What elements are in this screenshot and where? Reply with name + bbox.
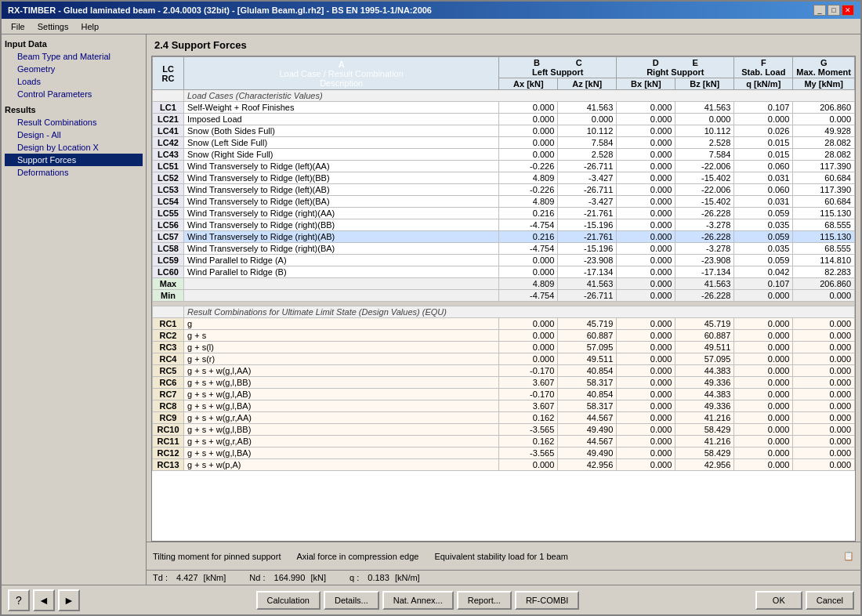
lc-cell: LC56	[153, 219, 184, 231]
maximize-button[interactable]: □	[828, 5, 840, 16]
bz-cell: 0.000	[675, 114, 734, 125]
my-cell: 82.283	[793, 266, 855, 278]
q-group: q : 0.183 [kN/m]	[350, 573, 420, 582]
my-cell: 0.000	[793, 424, 855, 436]
sidebar-item-design-all[interactable]: Design - All	[5, 129, 143, 141]
desc-cell: Snow (Both Sides Full)	[184, 125, 499, 137]
q-cell: 0.000	[734, 389, 793, 400]
header-bz: Bz [kN]	[675, 78, 734, 90]
az-cell: -21.761	[558, 208, 617, 219]
export-icon-btn[interactable]: 📋	[843, 551, 854, 561]
data-table-container[interactable]: LCRC ALoad Case / Result CombinationDesc…	[151, 56, 856, 542]
bz-cell: 45.719	[675, 318, 734, 330]
az-cell: 58.317	[558, 377, 617, 389]
desc-cell: Self-Weight + Roof Finishes	[184, 102, 499, 114]
ax-cell: 0.000	[499, 459, 558, 471]
az-cell: -15.196	[558, 243, 617, 255]
az-cell: 49.490	[558, 448, 617, 459]
desc-cell: g + s + w(g,l,BB)	[184, 377, 499, 389]
sidebar-item-design-location[interactable]: Design by Location X	[5, 141, 143, 154]
report-button[interactable]: Report...	[457, 591, 512, 610]
content-area: 2.4 Support Forces LCRC ALoad Case / Res…	[147, 34, 860, 585]
nat-annex-button[interactable]: Nat. Annex...	[382, 591, 454, 610]
table-row: RC1 g 0.000 45.719 0.000 45.719 0.000 0.…	[153, 318, 855, 330]
table-row: RC11 g + s + w(g,r,AB) 0.162 44.567 0.00…	[153, 436, 855, 448]
bx-cell: 0.000	[617, 412, 675, 424]
q-cell: 0.000	[734, 353, 793, 365]
q-cell: 0.015	[734, 137, 793, 149]
ok-button[interactable]: OK	[755, 591, 802, 610]
lc-cell: LC54	[153, 196, 184, 208]
az-cell: -3.427	[558, 196, 617, 208]
lc-cell: LC59	[153, 255, 184, 266]
table-row: LC56 Wind Transversely to Ridge (right)(…	[153, 219, 855, 231]
ax-cell: 0.216	[499, 208, 558, 219]
bz-cell: 44.383	[675, 389, 734, 400]
q-cell: 0.000	[734, 342, 793, 353]
my-cell: 0.000	[793, 436, 855, 448]
my-cell: 114.810	[793, 255, 855, 266]
bz-cell: 42.956	[675, 459, 734, 471]
ax-cell: 0.000	[499, 266, 558, 278]
td-group: Td : 4.427 [kNm]	[153, 573, 226, 582]
rf-combi-button[interactable]: RF-COMBI	[515, 591, 579, 610]
bz-cell: 49.511	[675, 342, 734, 353]
sidebar-item-result-combinations[interactable]: Result Combinations	[5, 116, 143, 129]
help-icon-btn[interactable]: ?	[8, 589, 30, 611]
calculation-button[interactable]: Calculation	[256, 591, 321, 610]
header-right-support: D ERight Support	[617, 57, 734, 78]
back-icon-btn[interactable]: ◄	[33, 589, 55, 611]
my-cell: 0.000	[793, 448, 855, 459]
q-cell: 0.000	[734, 114, 793, 125]
rc-cell: RC13	[153, 459, 184, 471]
q-cell: 0.107	[734, 102, 793, 114]
ax-cell: 0.000	[499, 114, 558, 125]
az-cell: 41.563	[558, 278, 617, 290]
az-cell: 42.956	[558, 459, 617, 471]
sidebar-item-loads[interactable]: Loads	[5, 75, 143, 88]
table-row: Min -4.754 -26.711 0.000 -26.228 0.000 0…	[153, 290, 855, 302]
desc-cell: g + s + w(g,l,BA)	[184, 400, 499, 412]
sidebar-item-control[interactable]: Control Parameters	[5, 88, 143, 100]
rc-cell: RC2	[153, 330, 184, 342]
minimize-button[interactable]: _	[813, 5, 826, 16]
button-bar: ? ◄ ► Calculation Details... Nat. Annex.…	[2, 585, 860, 614]
menu-file[interactable]: File	[5, 20, 31, 33]
desc-cell: g + s + w(g,l,BB)	[184, 424, 499, 436]
sidebar-item-beam-type[interactable]: Beam Type and Material	[5, 50, 143, 63]
az-cell: -17.134	[558, 266, 617, 278]
q-cell: 0.000	[734, 459, 793, 471]
ax-cell: 0.000	[499, 137, 558, 149]
az-cell: -23.908	[558, 255, 617, 266]
cancel-button[interactable]: Cancel	[806, 591, 854, 610]
my-cell: 60.684	[793, 196, 855, 208]
ax-cell: 0.000	[499, 318, 558, 330]
table-row: LC43 Snow (Right Side Full) 0.000 2.528 …	[153, 149, 855, 161]
forward-icon-btn[interactable]: ►	[58, 589, 80, 611]
desc-cell: Wind Parallel to Ridge (B)	[184, 266, 499, 278]
table-row: LC53 Wind Transversely to Ridge (left)(A…	[153, 184, 855, 196]
q-cell: 0.042	[734, 266, 793, 278]
bx-cell: 0.000	[617, 208, 675, 219]
bx-cell: 0.000	[617, 400, 675, 412]
table-row: LC21 Imposed Load 0.000 0.000 0.000 0.00…	[153, 114, 855, 125]
support-forces-table: LCRC ALoad Case / Result CombinationDesc…	[152, 56, 855, 471]
menu-settings[interactable]: Settings	[31, 20, 75, 33]
desc-cell: Wind Transversely to Ridge (right)(BA)	[184, 243, 499, 255]
az-cell: 2.528	[558, 149, 617, 161]
bz-cell: -17.134	[675, 266, 734, 278]
close-button[interactable]: ✕	[842, 5, 854, 16]
bz-cell: 57.095	[675, 353, 734, 365]
lc-cell: LC58	[153, 243, 184, 255]
my-cell: 0.000	[793, 353, 855, 365]
my-cell: 0.000	[793, 114, 855, 125]
az-cell: -15.196	[558, 219, 617, 231]
bz-cell: 58.429	[675, 448, 734, 459]
ax-cell: -0.226	[499, 161, 558, 172]
menu-help[interactable]: Help	[74, 20, 105, 33]
sidebar-item-support-forces[interactable]: Support Forces	[5, 154, 143, 166]
sidebar-item-geometry[interactable]: Geometry	[5, 63, 143, 75]
sidebar-item-deformations[interactable]: Deformations	[5, 166, 143, 179]
details-button[interactable]: Details...	[324, 591, 379, 610]
my-cell: 68.555	[793, 219, 855, 231]
